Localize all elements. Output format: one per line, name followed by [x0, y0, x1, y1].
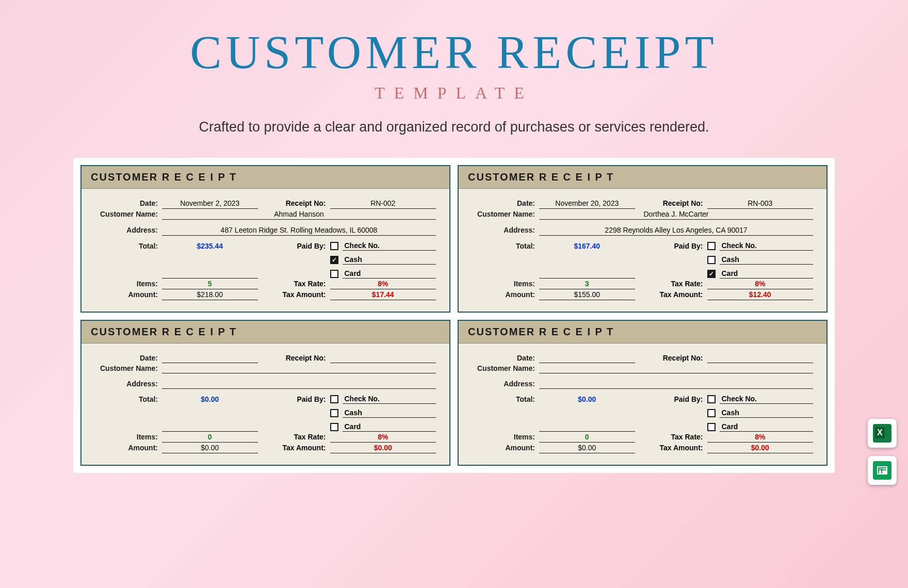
- taxamount-label: Tax Amount:: [273, 289, 330, 300]
- receiptno-label: Receipt No:: [651, 353, 707, 363]
- address-value: 487 Leeton Ridge St. Rolling Meadows, IL…: [162, 225, 436, 236]
- taxrate-value: 8%: [330, 432, 436, 443]
- taxrate-label: Tax Rate:: [651, 279, 707, 289]
- page-description: Crafted to provide a clear and organized…: [0, 119, 908, 135]
- cash-label: Cash: [720, 408, 814, 418]
- checkno-label: Check No.: [343, 241, 436, 251]
- total-label: Total:: [95, 241, 162, 279]
- amount-label: Amount:: [472, 289, 539, 300]
- total-value: $167.40: [539, 241, 635, 279]
- address-value: [539, 379, 813, 389]
- paidby-label: Paid By:: [651, 241, 707, 279]
- cash-label: Cash: [720, 255, 814, 265]
- card-label: Card: [720, 269, 814, 279]
- customer-value: Ahmad Hanson: [162, 209, 436, 220]
- items-value: 0: [539, 432, 635, 443]
- address-value: 2298 Reynolds Alley Los Angeles, CA 9001…: [539, 225, 813, 236]
- amount-label: Amount:: [95, 443, 162, 453]
- taxamount-value: $0.00: [707, 443, 814, 453]
- paidby-label: Paid By:: [651, 394, 707, 432]
- taxamount-label: Tax Amount:: [651, 289, 707, 300]
- date-value: [539, 353, 635, 363]
- receiptno-value: [330, 353, 436, 363]
- taxrate-label: Tax Rate:: [273, 279, 330, 289]
- checkbox-icon: [707, 409, 716, 417]
- excel-icon[interactable]: [868, 419, 897, 448]
- taxrate-value: 8%: [707, 279, 814, 289]
- date-value: November 2, 2023: [162, 198, 258, 209]
- customer-value: [162, 363, 436, 373]
- items-value: 0: [162, 432, 258, 443]
- card-label: Card: [343, 269, 436, 279]
- card-label: Card: [720, 422, 814, 432]
- paidby-label: Paid By:: [273, 394, 330, 432]
- amount-value: $155.00: [539, 289, 635, 300]
- taxamount-value: $17.44: [330, 289, 436, 300]
- checkbox-icon: [707, 423, 716, 431]
- taxrate-label: Tax Rate:: [273, 432, 330, 443]
- receipt-card: CUSTOMER R E C E I P T Date:November 2, …: [80, 165, 450, 313]
- receipt-header: CUSTOMER R E C E I P T: [82, 321, 449, 344]
- page-subtitle: TEMPLATE: [0, 84, 908, 103]
- checkbox-icon: [330, 423, 338, 431]
- total-value: $0.00: [539, 394, 635, 432]
- address-label: Address:: [472, 379, 539, 388]
- receipt-card: CUSTOMER R E C E I P T Date:November 20,…: [458, 165, 828, 313]
- items-label: Items:: [95, 432, 162, 443]
- receiptno-label: Receipt No:: [273, 198, 330, 209]
- receiptno-label: Receipt No:: [273, 353, 330, 363]
- date-label: Date:: [472, 353, 539, 363]
- date-label: Date:: [472, 198, 539, 209]
- checkbox-icon: [330, 409, 338, 417]
- checkbox-icon: [707, 242, 716, 250]
- total-label: Total:: [95, 394, 162, 432]
- amount-label: Amount:: [95, 289, 162, 300]
- checkbox-icon: ✓: [330, 256, 338, 264]
- taxamount-value: $12.40: [707, 289, 814, 300]
- google-sheets-icon[interactable]: [868, 456, 897, 485]
- checkbox-icon: [707, 395, 716, 403]
- customer-label: Customer Name:: [95, 209, 162, 218]
- receipt-sheet: CUSTOMER R E C E I P T Date:November 2, …: [73, 158, 835, 473]
- receiptno-value: RN-002: [330, 198, 436, 209]
- checkbox-icon: [330, 395, 338, 403]
- amount-value: $218.00: [162, 289, 258, 300]
- hero-header: CUSTOMER RECEIPT TEMPLATE Crafted to pro…: [0, 0, 908, 135]
- customer-label: Customer Name:: [472, 363, 539, 372]
- page-title: CUSTOMER RECEIPT: [0, 25, 908, 79]
- cash-label: Cash: [343, 255, 436, 265]
- address-label: Address:: [472, 225, 539, 234]
- total-value: $235.44: [162, 241, 258, 279]
- address-label: Address:: [95, 225, 162, 234]
- checkno-label: Check No.: [720, 394, 814, 404]
- taxamount-label: Tax Amount:: [273, 443, 330, 453]
- amount-value: $0.00: [162, 443, 258, 453]
- customer-value: Dorthea J. McCarter: [539, 209, 813, 220]
- items-label: Items:: [95, 279, 162, 289]
- amount-value: $0.00: [539, 443, 635, 453]
- taxrate-value: 8%: [707, 432, 814, 443]
- receiptno-label: Receipt No:: [651, 198, 707, 209]
- date-value: November 20, 2023: [539, 198, 635, 209]
- items-value: 3: [539, 279, 635, 289]
- date-label: Date:: [95, 198, 162, 209]
- checkbox-icon: ✓: [707, 270, 716, 278]
- items-label: Items:: [472, 432, 539, 443]
- receipt-card: CUSTOMER R E C E I P T Date: Receipt No:…: [458, 320, 828, 466]
- cash-label: Cash: [343, 408, 436, 418]
- checkbox-icon: [330, 242, 338, 250]
- taxamount-value: $0.00: [330, 443, 436, 453]
- total-label: Total:: [472, 394, 539, 432]
- receiptno-value: [707, 353, 814, 363]
- checkno-label: Check No.: [720, 241, 814, 251]
- checkbox-icon: [707, 256, 716, 264]
- total-value: $0.00: [162, 394, 258, 432]
- taxrate-value: 8%: [330, 279, 436, 289]
- items-label: Items:: [472, 279, 539, 289]
- taxrate-label: Tax Rate:: [651, 432, 707, 443]
- format-badges: [868, 419, 897, 485]
- receipt-card: CUSTOMER R E C E I P T Date: Receipt No:…: [80, 320, 450, 466]
- date-label: Date:: [95, 353, 162, 363]
- receipt-header: CUSTOMER R E C E I P T: [459, 166, 826, 189]
- paidby-label: Paid By:: [273, 241, 330, 279]
